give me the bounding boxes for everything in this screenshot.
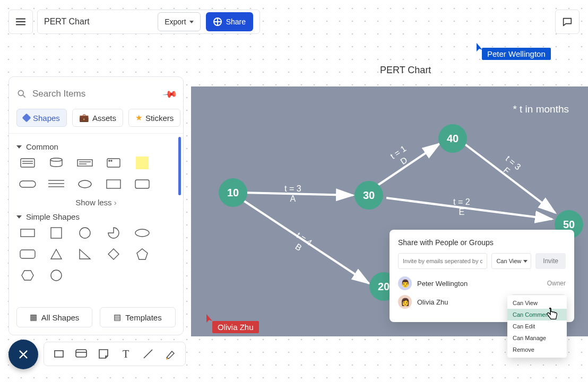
svg-point-21 [79,180,91,188]
svg-rect-7 [21,159,34,167]
tab-stickers[interactable]: ★Stickers [128,109,180,127]
section-header-common[interactable]: Common [16,142,176,151]
avatar: 👩 [398,295,412,309]
briefcase-icon: 💼 [79,113,89,123]
shape-pill[interactable] [19,178,37,190]
shape-right-triangle[interactable] [76,248,94,261]
shape-lines[interactable] [47,178,65,190]
templates-label: Templates [125,313,161,322]
search-icon [16,89,27,99]
shape-ellipse[interactable] [76,178,94,190]
templates-button[interactable]: ▤Templates [100,307,176,327]
common-shapes-grid [16,155,176,194]
person-name: Olivia Zhu [417,298,506,306]
tool-line[interactable] [142,348,154,360]
document-title[interactable]: PERT Chart [44,17,152,27]
shape-sticky-note[interactable] [133,157,151,169]
svg-point-5 [18,90,23,96]
collab-cursor-olivia: Olivia Zhu [212,321,259,333]
svg-line-6 [23,96,25,98]
shape-arc[interactable] [105,227,123,239]
shape-hexagon[interactable] [19,269,37,282]
tab-assets-label: Assets [92,114,116,123]
role-owner: Owner [547,280,566,287]
svg-rect-31 [76,350,87,357]
show-less-toggle[interactable]: Show less › [16,198,176,207]
perm-option-manage[interactable]: Can Manage [507,332,567,344]
caret-down-icon [16,145,22,149]
invite-permission-select[interactable]: Can View [491,253,531,269]
comments-button[interactable] [555,10,580,34]
perm-option-remove[interactable]: Remove [507,344,567,355]
shape-circle[interactable] [76,227,94,239]
star-icon: ★ [135,113,142,123]
tab-shapes-label: Shapes [33,114,60,123]
svg-line-2 [378,144,439,185]
svg-rect-17 [20,181,36,187]
tab-shapes[interactable]: Shapes [16,109,67,127]
shape-oval[interactable] [133,227,151,239]
shape-heptagon[interactable] [47,269,65,282]
svg-rect-11 [77,160,92,166]
search-input[interactable] [32,89,159,99]
shape-rounded-rect[interactable] [133,178,151,190]
permission-menu: Can View Can Comment Can Edit Can Manage… [507,295,567,358]
svg-rect-30 [55,351,63,357]
section-header-simple[interactable]: Simple Shapes [16,212,176,221]
svg-point-26 [80,228,90,238]
perm-option-edit[interactable]: Can Edit [507,320,567,332]
pin-icon[interactable]: 📌 [162,86,178,102]
title-bar: PERT Chart Export Share [37,10,260,34]
tool-sticky[interactable] [97,348,110,360]
chevron-down-icon [189,21,194,23]
export-button[interactable]: Export [158,12,200,31]
grid-icon: ▦ [30,312,37,322]
close-fab[interactable] [8,340,38,369]
svg-point-16 [111,160,112,161]
tab-assets[interactable]: 💼Assets [72,109,123,127]
shape-square[interactable] [47,227,65,239]
simple-shapes-grid [16,225,176,285]
shape-round-rect[interactable] [19,248,37,261]
shape-pentagon[interactable] [133,248,151,261]
chevron-right-icon: › [114,198,117,207]
shape-cylinder[interactable] [47,157,65,169]
shapes-scroll-area[interactable]: Common Show less › Simple Shapes [9,133,183,303]
tool-highlighter[interactable] [164,348,177,360]
export-label: Export [165,18,186,26]
shape-rectangle[interactable] [19,227,37,239]
perm-option-view[interactable]: Can View [507,297,567,309]
svg-rect-24 [21,229,34,237]
invite-button[interactable]: Invite [535,253,566,269]
layout-icon: ▤ [114,312,121,322]
svg-point-27 [135,229,149,237]
highlighter-icon [165,348,176,360]
node-30[interactable]: 30 [354,181,383,210]
hamburger-icon [15,16,27,28]
section-common-label: Common [26,142,58,151]
invite-email-input[interactable] [398,253,487,269]
menu-button[interactable] [8,10,33,34]
person-name: Peter Wellington [417,280,542,288]
shape-diamond[interactable] [105,248,123,261]
chat-icon [561,16,573,28]
perm-option-comment[interactable]: Can Comment [507,309,567,320]
svg-line-33 [144,350,152,358]
all-shapes-button[interactable]: ▦All Shapes [16,307,92,327]
tool-rectangle[interactable] [53,348,65,360]
shape-rect-outline[interactable] [105,178,123,190]
scrollbar-thumb[interactable] [178,137,181,195]
shape-window[interactable] [105,157,123,169]
svg-rect-22 [107,180,120,188]
globe-icon [213,18,222,26]
canvas-title: PERT Chart [380,65,431,76]
node-10[interactable]: 10 [219,178,247,207]
tool-text[interactable]: T [119,348,132,360]
tool-card[interactable] [75,348,88,360]
share-button[interactable]: Share [206,12,253,31]
node-40[interactable]: 40 [438,124,467,153]
shape-keyboard[interactable] [19,157,37,169]
shape-triangle[interactable] [47,248,65,261]
shape-rect-wide[interactable] [76,157,94,169]
tab-stickers-label: Stickers [145,114,174,123]
